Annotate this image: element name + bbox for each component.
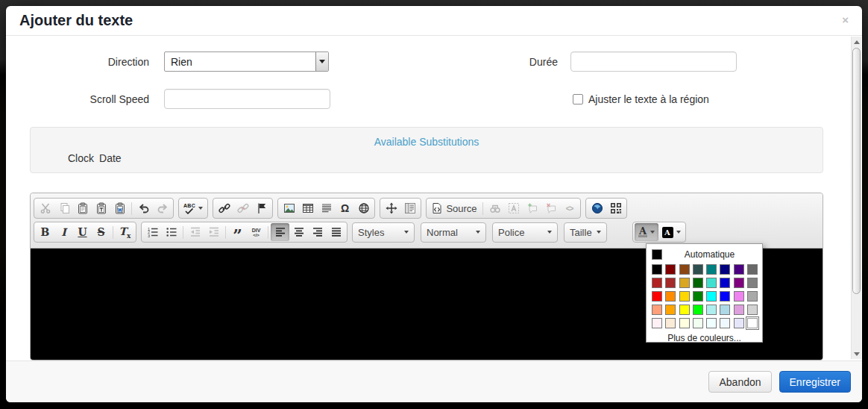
bold-button[interactable]: B <box>36 223 54 241</box>
color-swatch[interactable] <box>720 278 730 288</box>
format-dropdown[interactable]: Normal <box>421 222 486 243</box>
strikethrough-button[interactable]: S <box>92 223 110 241</box>
available-substitutions-link[interactable]: Available Substitutions <box>31 136 823 148</box>
undo-button[interactable] <box>134 199 153 217</box>
color-swatch[interactable] <box>747 278 758 288</box>
direction-select[interactable]: Rien <box>164 51 329 72</box>
scroll-speed-input[interactable] <box>164 89 330 109</box>
color-swatch[interactable] <box>720 264 730 275</box>
add-comment-button[interactable] <box>523 199 541 217</box>
paste-text-button[interactable] <box>92 199 110 217</box>
show-blocks-button[interactable] <box>400 199 419 217</box>
align-right-button[interactable] <box>308 223 327 241</box>
modal-scrollbar[interactable] <box>851 37 861 359</box>
italic-button[interactable]: I <box>54 223 73 241</box>
size-dropdown[interactable]: Taille <box>564 222 607 243</box>
more-colors-option[interactable]: Plus de couleurs... <box>652 333 757 343</box>
color-swatch[interactable] <box>665 291 676 302</box>
color-swatch[interactable] <box>720 318 730 328</box>
redo-button[interactable] <box>153 199 172 217</box>
color-swatch[interactable] <box>665 278 676 288</box>
color-swatch[interactable] <box>665 264 676 275</box>
cut-button[interactable] <box>36 199 54 217</box>
div-container-button[interactable]: DIV</> <box>247 223 265 241</box>
automatic-color-option[interactable]: Automatique <box>652 249 757 260</box>
color-swatch[interactable] <box>665 305 676 315</box>
outdent-button[interactable] <box>186 223 204 241</box>
font-dropdown[interactable]: Police <box>492 222 558 243</box>
fit-region-checkbox[interactable] <box>573 94 583 104</box>
color-swatch[interactable] <box>747 264 758 275</box>
color-swatch[interactable] <box>693 264 703 275</box>
blockquote-button[interactable]: ” <box>228 223 247 241</box>
copy-button[interactable] <box>54 199 73 217</box>
color-swatch[interactable] <box>747 318 758 328</box>
maximize-button[interactable] <box>382 199 400 217</box>
color-swatch[interactable] <box>734 291 744 302</box>
color-swatch[interactable] <box>720 291 730 302</box>
color-swatch[interactable] <box>747 291 758 302</box>
color-swatch[interactable] <box>706 305 717 315</box>
color-swatch[interactable] <box>652 305 662 315</box>
color-swatch[interactable] <box>652 278 662 288</box>
save-button[interactable]: Enregistrer <box>779 371 851 393</box>
color-swatch[interactable] <box>734 305 744 315</box>
color-swatch[interactable] <box>734 318 744 328</box>
unlink-button[interactable] <box>233 199 252 217</box>
paste-button[interactable] <box>73 199 92 217</box>
cancel-button[interactable]: Abandon <box>708 371 771 393</box>
ordered-list-button[interactable]: 123 <box>143 223 162 241</box>
link-button[interactable] <box>215 199 233 217</box>
color-swatch[interactable] <box>747 305 758 315</box>
color-swatch[interactable] <box>720 305 730 315</box>
color-swatch[interactable] <box>693 291 703 302</box>
source-button[interactable]: Source <box>428 199 480 217</box>
substitution-item-date[interactable]: Date <box>99 152 122 164</box>
remove-format-button[interactable]: Tx <box>116 223 134 241</box>
emoji-button[interactable] <box>588 199 606 217</box>
color-swatch[interactable] <box>679 318 690 328</box>
close-icon[interactable]: × <box>842 14 849 25</box>
select-all-button[interactable] <box>504 199 523 217</box>
image-button[interactable] <box>280 199 298 217</box>
color-swatch[interactable] <box>652 264 662 275</box>
find-button[interactable] <box>485 199 504 217</box>
text-color-button[interactable]: A <box>635 223 658 241</box>
align-left-button[interactable] <box>271 223 289 241</box>
color-swatch[interactable] <box>665 318 676 328</box>
color-swatch[interactable] <box>706 318 717 328</box>
color-swatch[interactable] <box>679 305 690 315</box>
scroll-down-button[interactable] <box>852 349 862 359</box>
anchor-flag-button[interactable] <box>252 199 271 217</box>
duration-input[interactable] <box>570 51 737 72</box>
horizontal-rule-button[interactable] <box>317 199 336 217</box>
background-color-button[interactable]: A <box>658 223 684 241</box>
color-swatch[interactable] <box>693 318 703 328</box>
special-char-button[interactable]: Ω <box>336 199 354 217</box>
inline-code-button[interactable]: <> <box>560 199 579 217</box>
color-swatch[interactable] <box>706 291 717 302</box>
spellcheck-button[interactable]: ABC <box>180 199 206 217</box>
color-swatch[interactable] <box>693 305 703 315</box>
color-swatch[interactable] <box>679 291 690 302</box>
color-swatch[interactable] <box>734 278 744 288</box>
paste-word-button[interactable] <box>110 199 129 217</box>
color-swatch[interactable] <box>706 264 717 275</box>
unordered-list-button[interactable] <box>162 223 180 241</box>
align-justify-button[interactable] <box>327 223 345 241</box>
remove-comment-button[interactable] <box>541 199 560 217</box>
iframe-button[interactable] <box>354 199 373 217</box>
align-center-button[interactable] <box>289 223 308 241</box>
color-swatch[interactable] <box>652 291 662 302</box>
color-swatch[interactable] <box>693 278 703 288</box>
color-swatch[interactable] <box>679 278 690 288</box>
color-swatch[interactable] <box>679 264 690 275</box>
underline-button[interactable]: U <box>73 223 92 241</box>
indent-button[interactable] <box>204 223 223 241</box>
scroll-up-button[interactable] <box>852 37 862 47</box>
styles-dropdown[interactable]: Styles <box>352 222 415 243</box>
table-button[interactable] <box>298 199 317 217</box>
substitution-item-clock[interactable]: Clock <box>68 152 94 164</box>
color-swatch[interactable] <box>734 264 744 275</box>
color-swatch[interactable] <box>652 318 662 328</box>
